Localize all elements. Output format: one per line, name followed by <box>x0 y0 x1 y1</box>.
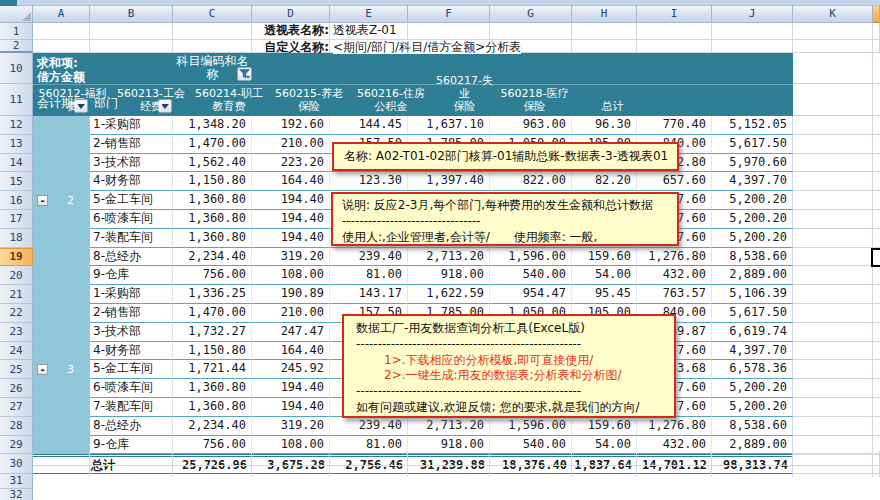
empty-cell[interactable] <box>793 154 873 173</box>
empty-cell[interactable] <box>793 191 873 210</box>
value-cell-rowtotal[interactable]: 5,152.05 <box>712 116 793 135</box>
value-cell-rowtotal[interactable]: 5,106.39 <box>712 285 793 304</box>
empty-cell[interactable] <box>90 40 173 53</box>
row-header-1[interactable]: 1 <box>0 23 33 40</box>
value-cell-welfare[interactable]: 1,721.44 <box>173 360 252 379</box>
row-header-30[interactable]: 30 <box>0 454 33 474</box>
empty-cell[interactable] <box>173 23 252 40</box>
empty-cell[interactable] <box>490 451 572 466</box>
dept-cell[interactable]: 6-喷漆车间 <box>90 210 173 229</box>
value-cell-housing[interactable]: 963.00 <box>490 116 572 135</box>
empty-cell[interactable] <box>572 40 637 53</box>
value-cell-unemployment[interactable]: 82.20 <box>572 172 637 191</box>
value-cell-welfare[interactable]: 1,470.00 <box>173 135 252 154</box>
empty-cell[interactable] <box>173 451 252 466</box>
value-cell-rowtotal[interactable]: 2,889.00 <box>712 266 793 285</box>
value-cell-rowtotal[interactable]: 8,538.60 <box>712 417 793 436</box>
row-header[interactable]: 21 <box>0 285 33 304</box>
value-cell-pension[interactable]: 1,622.59 <box>408 285 490 304</box>
value-cell-union[interactable]: 164.40 <box>252 172 330 191</box>
row-header[interactable]: 26 <box>0 379 33 398</box>
empty-cell[interactable] <box>793 398 873 417</box>
value-cell-rowtotal[interactable]: 8,538.60 <box>712 248 793 267</box>
value-cell-welfare[interactable]: 1,360.80 <box>173 398 252 417</box>
empty-cell[interactable] <box>793 360 873 379</box>
empty-cell[interactable] <box>873 417 880 436</box>
empty-cell[interactable] <box>873 172 880 191</box>
empty-cell[interactable] <box>793 229 873 248</box>
value-cell-rowtotal[interactable]: 5,200.20 <box>712 398 793 417</box>
dept-cell[interactable]: 7-装配车间 <box>90 398 173 417</box>
empty-cell[interactable] <box>173 40 252 53</box>
value-cell-pension[interactable]: 2,713.20 <box>408 417 490 436</box>
value-cell-medical[interactable]: 432.00 <box>637 266 712 285</box>
empty-cell[interactable] <box>712 466 793 477</box>
dept-cell[interactable]: 8-总经办 <box>90 248 173 267</box>
empty-cell[interactable] <box>572 466 637 477</box>
value-cell-rowtotal[interactable]: 5,200.20 <box>712 379 793 398</box>
value-cell-welfare[interactable]: 2,234.40 <box>173 417 252 436</box>
empty-cell[interactable] <box>873 466 880 477</box>
empty-cell[interactable] <box>252 466 330 477</box>
column-header-g[interactable]: G <box>490 6 572 23</box>
row-header[interactable]: 27 <box>0 398 33 417</box>
empty-cell[interactable] <box>873 398 880 417</box>
empty-cell[interactable] <box>33 451 90 466</box>
value-cell-welfare[interactable]: 756.00 <box>173 266 252 285</box>
pivot-name-label-cell[interactable]: 透视表名称: <box>252 23 330 40</box>
value-cell-welfare[interactable]: 1,360.80 <box>173 229 252 248</box>
value-cell-rowtotal[interactable]: 5,200.20 <box>712 210 793 229</box>
pivot-name-value-cell[interactable]: 透视表Z-01 <box>330 23 408 40</box>
dept-cell[interactable]: 2-销售部 <box>90 304 173 323</box>
dept-cell[interactable]: 8-总经办 <box>90 417 173 436</box>
empty-cell[interactable] <box>873 191 880 210</box>
empty-cell[interactable] <box>33 466 90 477</box>
value-cell-pension[interactable]: 1,397.40 <box>408 172 490 191</box>
empty-cell[interactable] <box>873 342 880 361</box>
empty-cell[interactable] <box>873 210 880 229</box>
column-header-j[interactable]: J <box>712 6 793 23</box>
value-cell-housing[interactable]: 1,596.00 <box>490 248 572 267</box>
value-cell-union[interactable]: 194.40 <box>252 191 330 210</box>
empty-cell[interactable] <box>793 248 873 267</box>
row-header[interactable]: 19 <box>0 248 33 267</box>
empty-cell[interactable] <box>572 451 637 466</box>
column-header-k[interactable]: K <box>793 6 873 23</box>
value-cell-pension[interactable]: 918.00 <box>408 266 490 285</box>
empty-cell[interactable] <box>793 285 873 304</box>
empty-cell[interactable] <box>873 135 880 154</box>
empty-cell[interactable] <box>873 23 880 40</box>
dept-cell[interactable]: 2-销售部 <box>90 135 173 154</box>
value-cell-medical[interactable]: 1,276.80 <box>637 417 712 436</box>
empty-cell[interactable] <box>793 23 873 40</box>
value-cell-welfare[interactable]: 1,150.80 <box>173 342 252 361</box>
empty-cell[interactable] <box>33 40 90 53</box>
value-cell-union[interactable]: 194.40 <box>252 229 330 248</box>
empty-cell[interactable] <box>637 451 712 466</box>
empty-cell[interactable] <box>637 40 712 53</box>
empty-cell[interactable] <box>873 53 880 84</box>
empty-cell[interactable] <box>330 451 408 466</box>
empty-cell[interactable] <box>712 451 793 466</box>
column-header-l-active-sliver[interactable] <box>873 6 880 23</box>
empty-cell[interactable] <box>33 23 90 40</box>
empty-cell[interactable] <box>572 23 637 40</box>
empty-cell[interactable] <box>637 23 712 40</box>
row-header[interactable]: 29 <box>0 436 33 455</box>
empty-cell[interactable] <box>408 451 490 466</box>
empty-cell[interactable] <box>90 451 173 466</box>
row-header-11[interactable]: 11 <box>0 84 33 116</box>
empty-cell[interactable] <box>793 417 873 436</box>
row-header[interactable]: 24 <box>0 342 33 361</box>
empty-cell[interactable] <box>793 379 873 398</box>
value-cell-union[interactable]: 194.40 <box>252 210 330 229</box>
empty-cell[interactable] <box>873 266 880 285</box>
value-cell-rowtotal[interactable]: 4,397.70 <box>712 342 793 361</box>
dept-cell[interactable]: 5-金工车间 <box>90 360 173 379</box>
empty-cell[interactable] <box>873 304 880 323</box>
value-cell-education[interactable]: 81.00 <box>330 266 408 285</box>
row-header[interactable]: 20 <box>0 266 33 285</box>
col-caption-560215[interactable]: 560215-养老 保险 <box>268 85 350 116</box>
row-header-10[interactable]: 10 <box>0 53 33 84</box>
value-cell-union[interactable]: 192.60 <box>252 116 330 135</box>
